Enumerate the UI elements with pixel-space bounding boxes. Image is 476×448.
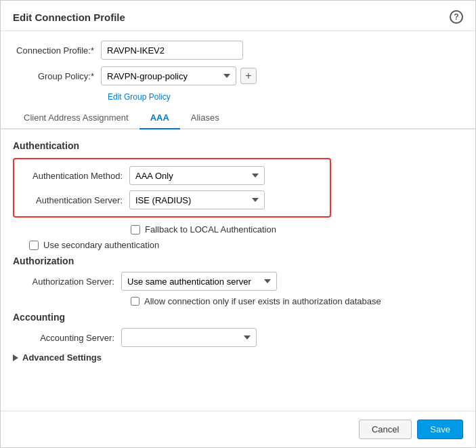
advanced-settings-label: Advanced Settings [22,352,102,363]
auth-server-label: Authentication Server: [21,195,129,205]
allow-connection-row: Allow connection only if user exists in … [13,296,463,306]
group-policy-row: Group Policy:* RAVPN-group-policy + [13,66,463,85]
authorization-server-select[interactable]: Use same authentication server [121,272,277,291]
tab-aliases[interactable]: Aliases [180,107,230,129]
fallback-local-checkbox[interactable] [131,225,140,235]
accounting-server-select[interactable] [121,328,257,347]
group-policy-label: Group Policy:* [13,71,101,81]
group-policy-select-wrap: RAVPN-group-policy + [101,66,257,85]
authentication-box: Authentication Method: AAA Only Authenti… [13,158,331,218]
secondary-auth-checkbox[interactable] [29,241,39,250]
authentication-section-title: Authentication [13,140,463,151]
save-button[interactable]: Save [417,420,463,439]
dialog-header: Edit Connection Profile ? [1,1,475,31]
fallback-local-label: Fallback to LOCAL Authentication [145,224,276,235]
connection-profile-label: Connection Profile:* [13,45,101,56]
authorization-server-row: Authorization Server: Use same authentic… [13,272,463,291]
content-area: Authentication Authentication Method: AA… [1,129,475,411]
cancel-button[interactable]: Cancel [359,420,412,439]
auth-method-row: Authentication Method: AAA Only [21,166,323,185]
authorization-server-label: Authorization Server: [13,277,121,287]
edit-connection-profile-dialog: Edit Connection Profile ? Connection Pro… [0,0,476,448]
auth-server-row: Authentication Server: ISE (RADIUS) [21,190,323,209]
allow-connection-label: Allow connection only if user exists in … [144,296,381,306]
dialog-footer: Cancel Save [1,411,475,447]
secondary-auth-label: Use secondary authentication [43,240,159,250]
advanced-settings-row[interactable]: Advanced Settings [13,352,463,363]
help-icon[interactable]: ? [450,10,463,24]
authorization-section-title: Authorization [13,256,463,266]
auth-server-select[interactable]: ISE (RADIUS) [129,190,265,209]
fallback-local-row: Fallback to LOCAL Authentication [13,224,463,235]
edit-group-policy-link[interactable]: Edit Group Policy [13,92,463,102]
form-section: Connection Profile:* Group Policy:* RAVP… [1,31,475,104]
dialog-title: Edit Connection Profile [13,12,125,23]
allow-connection-checkbox[interactable] [131,297,139,306]
auth-method-select[interactable]: AAA Only [129,166,265,185]
accounting-server-row: Accounting Server: [13,328,463,347]
tab-client-address-assignment[interactable]: Client Address Assignment [13,107,139,129]
tabs-bar: Client Address Assignment AAA Aliases [1,107,475,129]
accounting-server-label: Accounting Server: [13,333,121,343]
connection-profile-row: Connection Profile:* [13,41,463,60]
group-policy-select[interactable]: RAVPN-group-policy [101,66,236,85]
accounting-section-title: Accounting [13,312,463,323]
advanced-settings-triangle-icon [13,354,18,361]
connection-profile-input[interactable] [101,41,243,60]
tab-aaa[interactable]: AAA [139,107,180,129]
add-group-policy-button[interactable]: + [240,68,257,84]
auth-method-label: Authentication Method: [21,171,129,181]
secondary-auth-row: Use secondary authentication [13,240,463,250]
